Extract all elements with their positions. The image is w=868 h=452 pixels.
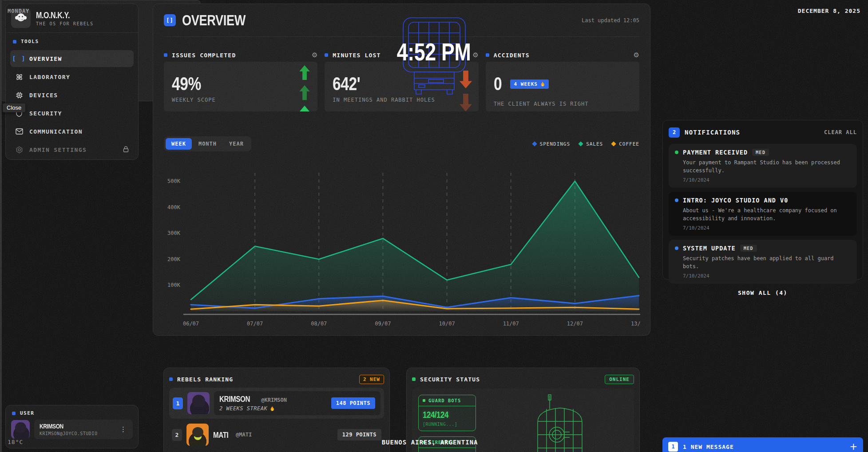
overview-icon: [] (164, 14, 176, 26)
user-section-label: USER (12, 410, 132, 416)
priority-badge: MED (752, 149, 769, 156)
plus-icon[interactable]: + (849, 442, 857, 452)
tab-week[interactable]: WEEK (166, 138, 192, 150)
stat-panel: 49% WEEKLY SCOPE (164, 62, 317, 111)
priority-badge: MED (740, 245, 757, 252)
svg-text:10/07: 10/07 (439, 321, 455, 327)
guard-bots-box: GUARD BOTS 124/124 [RUNNING...] (418, 395, 476, 431)
tab-year[interactable]: YEAR (223, 138, 250, 150)
chart-controls: WEEK MONTH YEAR SPENDINGS SALES COFFEE (164, 136, 639, 151)
clock-day: MONDAY (8, 8, 29, 14)
notification-item-1[interactable]: PAYMENT RECEIVED MED Your payment to Ram… (669, 144, 857, 188)
hexagon-settings-icon (15, 146, 24, 154)
blue-square-bullet (12, 412, 16, 415)
notifications-title: NOTIFICATIONS (685, 129, 740, 136)
clear-all-button[interactable]: CLEAR ALL (824, 129, 857, 135)
sidebar-item-security[interactable]: SECURITY (10, 105, 134, 122)
notification-count-badge: 2 (669, 127, 680, 138)
svg-text:500K: 500K (167, 178, 181, 184)
sidebar-item-devices[interactable]: DEVICES (10, 87, 134, 103)
online-badge: ONLINE (605, 375, 634, 384)
notification-item-3[interactable]: SYSTEM UPDATE MED Security patches have … (669, 240, 857, 284)
rank-handle: @KRIMSON (261, 397, 287, 403)
message-label: 1 NEW MESSAGE (683, 444, 734, 450)
green-square-bullet (412, 377, 416, 381)
atom-icon (15, 73, 24, 81)
sidebar-item-communication[interactable]: COMMUNICATION (10, 123, 134, 140)
svg-text:06/07: 06/07 (183, 321, 199, 327)
svg-text:07/07: 07/07 (247, 321, 263, 327)
user-row[interactable]: KRIMSON KRIMSON@JOYCO.STUDIO ⋮ (11, 420, 133, 439)
green-square-bullet (423, 399, 425, 402)
status-dot (675, 198, 678, 202)
sidebar-item-admin-settings[interactable]: ADMIN SETTINGS (10, 141, 134, 158)
stat-value: 49% (172, 74, 309, 94)
svg-text:400K: 400K (167, 204, 181, 210)
clock-time: 4:52 PM (0, 37, 201, 66)
notifications-card: 2 NOTIFICATIONS CLEAR ALL PAYMENT RECEIV… (662, 120, 863, 280)
svg-text:300K: 300K (167, 230, 181, 236)
rank-badge: 1 (173, 397, 183, 409)
last-updated: Last updated 12:05 (582, 17, 639, 24)
diamond-marker-icon (578, 141, 583, 146)
chip-icon (15, 91, 24, 99)
notification-item-2[interactable]: INTRO: JOYCO STUDIO AND V0 About us - We… (669, 192, 857, 236)
area-chart: 500K400K300K200K100K06/0707/0708/0709/07… (164, 169, 640, 329)
status-dot (675, 246, 678, 250)
new-count-badge: 2 NEW (359, 375, 384, 384)
rank-handle: @MATI (236, 432, 252, 438)
status-dot (675, 151, 678, 154)
new-message-bar[interactable]: 1 1 NEW MESSAGE + (662, 437, 863, 452)
app-subtitle: THE OS FOR REBELS (36, 21, 94, 26)
svg-text:11/07: 11/07 (503, 321, 519, 327)
message-count-badge: 1 (668, 442, 678, 452)
rank-streak: 2 WEEKS STREAK (219, 405, 287, 412)
mail-icon (15, 128, 24, 135)
ranking-row-1[interactable]: 1 KRIMSON @KRIMSON 2 WEEKS STREAK 148 PO… (169, 388, 384, 419)
svg-text:200K: 200K (167, 256, 181, 262)
page-title: OVERVIEW (182, 12, 262, 29)
points-badge: 148 POINTS (331, 397, 375, 409)
kebab-menu-icon[interactable]: ⋮ (119, 425, 127, 433)
diamond-marker-icon (611, 141, 616, 146)
guard-bots-value: 124/124 (423, 409, 472, 420)
svg-text:13/07: 13/07 (631, 321, 640, 327)
close-tooltip: Close (3, 103, 25, 112)
security-title: SECURITY STATUS (420, 376, 480, 383)
period-tab-group: WEEK MONTH YEAR (164, 136, 251, 151)
legend-spendings: SPENDINGS (533, 141, 571, 147)
ranking-title: REBELS RANKING (177, 376, 233, 383)
show-all-button[interactable]: SHOW ALL (4) (669, 289, 857, 296)
tab-month[interactable]: MONTH (193, 138, 222, 150)
legend-sales: SALES (579, 141, 603, 147)
user-email: KRIMSON@JOYCO.STUDIO (40, 431, 97, 436)
fire-icon (540, 81, 545, 87)
rank-name-box: KRIMSON @KRIMSON 2 WEEKS STREAK 148 POIN… (214, 391, 380, 415)
stat-caption: THE CLIENT ALWAYS IS RIGHT (494, 101, 631, 107)
notifications-header: 2 NOTIFICATIONS CLEAR ALL (669, 125, 857, 140)
legend-coffee: COFFEE (612, 141, 639, 147)
diamond-marker-icon (532, 141, 537, 146)
guard-bots-status: [RUNNING...] (423, 422, 472, 427)
stat-panel: 0 4 WEEKS THE CLIENT ALWAYS IS RIGHT (486, 62, 639, 111)
user-info: KRIMSON KRIMSON@JOYCO.STUDIO ⋮ (34, 420, 133, 439)
user-name: KRIMSON (40, 423, 97, 430)
stat-value: 0 (494, 74, 504, 94)
blue-square-bullet (169, 377, 173, 381)
sidebar-item-laboratory[interactable]: LABORATORY (10, 68, 134, 85)
fire-icon (270, 406, 274, 412)
avatar (187, 392, 210, 414)
streak-badge: 4 WEEKS (510, 79, 549, 89)
chart-legend: SPENDINGS SALES COFFEE (533, 141, 639, 147)
rank-name: KRIMSON (219, 395, 258, 403)
app-title: M.O.N.K.Y. (36, 11, 94, 20)
trend-up-arrows-icon (298, 65, 311, 111)
stat-caption: WEEKLY SCOPE (172, 97, 309, 103)
left-scrollbar[interactable] (0, 0, 2, 452)
svg-text:09/07: 09/07 (375, 321, 391, 327)
svg-text:100K: 100K (167, 282, 181, 288)
svg-text:12/07: 12/07 (567, 321, 583, 327)
user-avatar (11, 420, 30, 439)
svg-text:08/07: 08/07 (311, 321, 327, 327)
sidebar: M.O.N.K.Y. THE OS FOR REBELS TOOLS [ ] O… (5, 4, 139, 160)
